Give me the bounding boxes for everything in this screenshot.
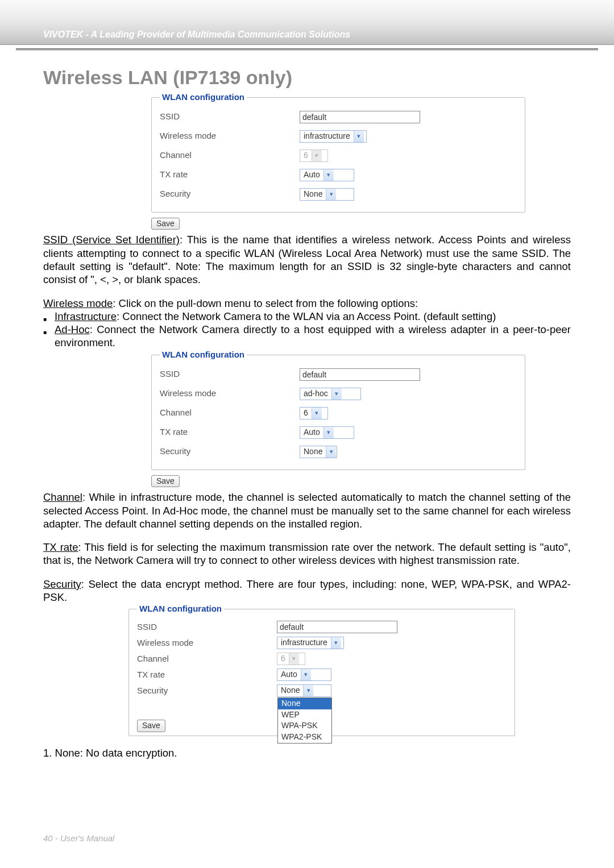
chevron-down-icon: ▾ (303, 685, 313, 696)
txrate-value: Auto (300, 170, 323, 180)
label-txrate: TX rate (160, 427, 300, 438)
label-txrate: TX rate (160, 169, 300, 180)
chevron-down-icon: ▾ (331, 637, 341, 649)
label-wireless-mode: Wireless mode (137, 638, 277, 649)
chevron-down-icon: ▾ (312, 408, 322, 419)
txrate-body: : This field is for selecting the maximu… (43, 541, 571, 566)
save-button[interactable]: Save (151, 475, 180, 488)
channel-select: 6 ▾ (277, 653, 305, 665)
channel-value: 6 (277, 654, 289, 664)
wireless-mode-select[interactable]: ad-hoc ▾ (300, 388, 361, 400)
security-select[interactable]: None ▾ (300, 188, 354, 201)
label-channel: Channel (160, 150, 300, 161)
chevron-down-icon: ▾ (326, 446, 336, 458)
wlan-legend: WLAN configuration (137, 604, 224, 614)
security-option[interactable]: WPA-PSK (278, 720, 331, 732)
wireless-mode-select[interactable]: infrastructure ▾ (300, 130, 367, 143)
label-txrate: TX rate (137, 670, 277, 680)
infra-body: : Connect the Network Camera to the WLAN… (117, 310, 496, 322)
chevron-down-icon: ▾ (354, 131, 364, 142)
ssid-input[interactable] (300, 111, 420, 123)
save-button[interactable]: Save (151, 218, 180, 230)
label-ssid: SSID (160, 111, 300, 122)
security-value: None (300, 447, 326, 457)
ssid-paragraph: SSID (Service Set Identifier): This is t… (43, 233, 571, 286)
security-option[interactable]: WEP (278, 709, 331, 721)
security-select[interactable]: None ▾ None WEP WPA-PSK WPA2-PSK (277, 684, 331, 697)
wireless-mode-value: infrastructure (277, 638, 331, 648)
chevron-down-icon: ▾ (301, 669, 311, 680)
channel-select[interactable]: 6 ▾ (300, 407, 328, 420)
ssid-term: SSID (Service Set Identifier) (43, 234, 180, 246)
wm-body: : Click on the pull-down menu to select … (113, 297, 418, 309)
ssid-input[interactable] (300, 368, 420, 381)
security-dropdown-list: None WEP WPA-PSK WPA2-PSK (277, 697, 332, 744)
label-channel: Channel (137, 654, 277, 665)
security-value: None (300, 189, 326, 200)
section-title: Wireless LAN (IP7139 only) (43, 65, 571, 90)
chevron-down-icon: ▾ (326, 189, 336, 200)
label-security: Security (137, 686, 277, 696)
wireless-mode-select[interactable]: infrastructure ▾ (277, 637, 344, 649)
txrate-select[interactable]: Auto ▾ (277, 668, 331, 681)
security-select[interactable]: None ▾ (300, 446, 337, 458)
adhoc-term: Ad-Hoc (55, 323, 90, 335)
wireless-mode-value: ad-hoc (300, 389, 331, 399)
txrate-select[interactable]: Auto ▾ (300, 169, 354, 181)
label-wireless-mode: Wireless mode (160, 131, 300, 142)
infra-term: Infrastructure (55, 310, 117, 322)
txrate-term: TX rate (43, 541, 78, 553)
chevron-down-icon: ▾ (312, 150, 322, 161)
label-channel: Channel (160, 408, 300, 418)
channel-paragraph: Channel: While in infrastructure mode, t… (43, 491, 571, 530)
label-ssid: SSID (160, 369, 300, 380)
txrate-value: Auto (277, 670, 301, 680)
channel-term: Channel (43, 491, 82, 503)
security-term: Security (43, 578, 81, 590)
brand-line: VIVOTEK - A Leading Provider of Multimed… (43, 30, 350, 39)
security-option[interactable]: WPA2-PSK (278, 732, 331, 743)
txrate-value: Auto (300, 427, 323, 438)
page-header: VIVOTEK - A Leading Provider of Multimed… (0, 0, 614, 44)
txrate-paragraph: TX rate: This field is for selecting the… (43, 541, 571, 567)
wlan-legend: WLAN configuration (160, 350, 247, 360)
wlan-panel-2: WLAN configuration SSID Wireless mode ad… (151, 350, 525, 470)
label-ssid: SSID (137, 622, 277, 633)
mode-list: Infrastructure: Connect the Network Came… (43, 310, 571, 350)
txrate-select[interactable]: Auto ▾ (300, 426, 354, 439)
channel-body: : While in infrastructure mode, the chan… (43, 491, 571, 530)
security-option[interactable]: None (278, 698, 331, 709)
chevron-down-icon: ▾ (331, 388, 342, 400)
wireless-mode-value: infrastructure (300, 131, 354, 142)
channel-value: 6 (300, 151, 312, 161)
save-button[interactable]: Save (137, 720, 165, 732)
page-footer: 40 - User's Manual (43, 833, 114, 843)
security-value: None (277, 686, 303, 696)
channel-value: 6 (300, 408, 312, 418)
wlan-panel-3: WLAN configuration SSID Wireless mode in… (128, 604, 515, 736)
label-wireless-mode: Wireless mode (160, 388, 300, 399)
chevron-down-icon: ▾ (323, 169, 334, 181)
wlan-legend: WLAN configuration (160, 92, 247, 103)
label-security: Security (160, 446, 300, 457)
adhoc-body: : Connect the Network Camera directly to… (55, 323, 571, 348)
chevron-down-icon: ▾ (289, 653, 299, 665)
ssid-input[interactable] (277, 621, 397, 633)
label-security: Security (160, 189, 300, 200)
channel-select: 6 ▾ (300, 149, 328, 162)
security-paragraph: Security: Select the data encrypt method… (43, 578, 571, 604)
security-body: : Select the data encrypt method. There … (43, 578, 571, 603)
wireless-mode-paragraph: Wireless mode: Click on the pull-down me… (43, 297, 571, 310)
wlan-panel-1: WLAN configuration SSID Wireless mode in… (151, 92, 525, 213)
none-item: 1. None: No data encryption. (43, 746, 571, 759)
wm-term: Wireless mode (43, 297, 113, 309)
chevron-down-icon: ▾ (323, 427, 334, 438)
